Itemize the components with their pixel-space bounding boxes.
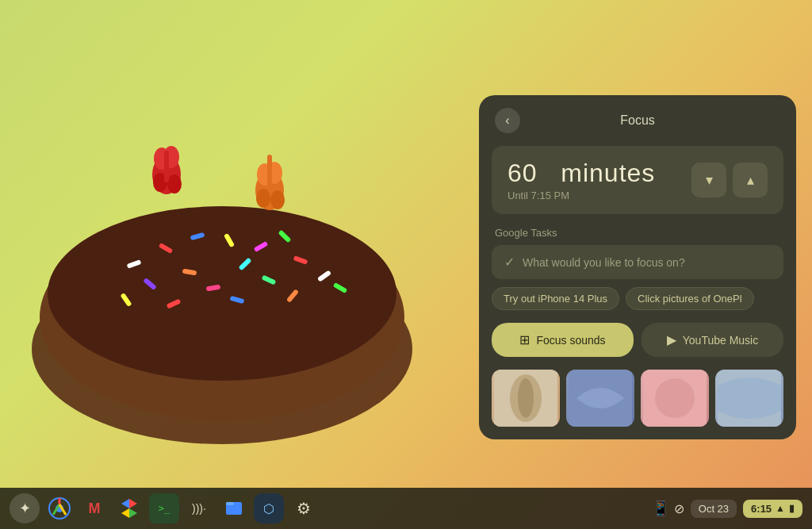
tasks-section: Google Tasks ✓ What would you like to fo… bbox=[492, 227, 783, 310]
lab-app[interactable]: ⬡ bbox=[254, 493, 284, 523]
svg-rect-43 bbox=[226, 502, 234, 505]
thumbnail-2[interactable] bbox=[566, 370, 634, 427]
time-until: Until 7:15 PM bbox=[508, 190, 655, 201]
terminal-app[interactable]: >_ bbox=[149, 493, 179, 523]
focus-sounds-button[interactable]: ⊞ Focus sounds bbox=[492, 323, 634, 357]
focus-sounds-icon: ⊞ bbox=[519, 332, 530, 347]
phone-icon[interactable]: 📱 bbox=[652, 500, 669, 517]
focus-panel-title: Focus bbox=[620, 113, 655, 128]
settings-icon: ⚙ bbox=[297, 499, 311, 518]
focus-sounds-label: Focus sounds bbox=[536, 334, 605, 347]
time-section: 60 minutes Until 7:15 PM ▾ ▴ bbox=[492, 146, 783, 214]
task-chip-1[interactable]: Try out iPhone 14 Plus bbox=[492, 287, 619, 310]
thumbnails-section bbox=[492, 370, 783, 427]
chrome-app[interactable] bbox=[44, 493, 75, 523]
settings-app[interactable]: ⚙ bbox=[289, 493, 319, 523]
launcher-app[interactable]: ✦ bbox=[10, 493, 40, 523]
cast-icon: )))· bbox=[192, 502, 206, 515]
gmail-icon: M bbox=[89, 500, 101, 517]
chrome-icon bbox=[48, 497, 71, 519]
clock-time: 6:15 bbox=[751, 503, 772, 515]
lab-icon: ⬡ bbox=[263, 501, 274, 516]
photos-app[interactable] bbox=[114, 493, 144, 523]
taskbar-apps: ✦ M >_ bbox=[10, 493, 319, 523]
thumbnail-4[interactable] bbox=[715, 370, 783, 427]
system-tray: 📱 ⊘ bbox=[652, 500, 684, 517]
svg-rect-32 bbox=[267, 155, 272, 190]
svg-point-29 bbox=[256, 189, 270, 208]
taskbar-tray: 📱 ⊘ Oct 23 6:15 ▲ ▮ bbox=[652, 500, 802, 518]
music-section: ⊞ Focus sounds ▶ YouTube Music bbox=[492, 323, 783, 357]
youtube-label: YouTube Music bbox=[683, 334, 758, 347]
thumbnail-1[interactable] bbox=[492, 370, 560, 427]
back-button[interactable]: ‹ bbox=[495, 108, 520, 133]
taskbar: ✦ M >_ bbox=[0, 488, 812, 529]
task-chip-2[interactable]: Click pictures of OnePl bbox=[626, 287, 754, 310]
launcher-icon: ✦ bbox=[19, 500, 31, 517]
svg-point-2 bbox=[48, 206, 396, 381]
wifi-icon: ▲ bbox=[776, 503, 785, 514]
battery-icon: ▮ bbox=[789, 503, 795, 514]
time-display: 60 minutes bbox=[508, 159, 655, 188]
thumbnail-3[interactable] bbox=[641, 370, 709, 427]
tasks-label: Google Tasks bbox=[492, 227, 783, 239]
terminal-icon: >_ bbox=[159, 503, 170, 514]
dnd-icon[interactable]: ⊘ bbox=[674, 501, 684, 516]
youtube-music-button[interactable]: ▶ YouTube Music bbox=[642, 323, 783, 357]
cast-app[interactable]: )))· bbox=[184, 493, 214, 523]
decrease-time-button[interactable]: ▾ bbox=[691, 163, 726, 197]
svg-rect-31 bbox=[164, 151, 169, 182]
time-chip[interactable]: 6:15 ▲ ▮ bbox=[743, 500, 802, 518]
svg-point-38 bbox=[655, 378, 695, 418]
gmail-app[interactable]: M bbox=[79, 493, 109, 523]
increase-time-button[interactable]: ▴ bbox=[733, 163, 768, 197]
minutes-value: 60 bbox=[508, 159, 538, 187]
wallpaper-art bbox=[0, 0, 492, 488]
focus-panel: ‹ Focus 60 minutes Until 7:15 PM ▾ ▴ Goo… bbox=[479, 95, 796, 439]
youtube-icon: ▶ bbox=[667, 332, 676, 347]
files-app[interactable] bbox=[219, 493, 249, 523]
time-controls: ▾ ▴ bbox=[691, 163, 768, 197]
time-info: 60 minutes Until 7:15 PM bbox=[508, 159, 655, 201]
minutes-unit: minutes bbox=[561, 159, 655, 187]
task-input-placeholder: What would you like to focus on? bbox=[523, 256, 685, 269]
task-check-icon: ✓ bbox=[504, 255, 515, 270]
svg-point-35 bbox=[518, 378, 534, 418]
date-chip[interactable]: Oct 23 bbox=[691, 500, 737, 518]
focus-panel-header: ‹ Focus bbox=[479, 95, 796, 146]
files-icon bbox=[223, 497, 245, 519]
svg-point-30 bbox=[270, 190, 285, 209]
task-input-wrapper[interactable]: ✓ What would you like to focus on? bbox=[492, 245, 783, 279]
task-chips: Try out iPhone 14 Plus Click pictures of… bbox=[492, 287, 783, 310]
svg-point-25 bbox=[167, 174, 182, 194]
photos-icon bbox=[118, 497, 140, 519]
